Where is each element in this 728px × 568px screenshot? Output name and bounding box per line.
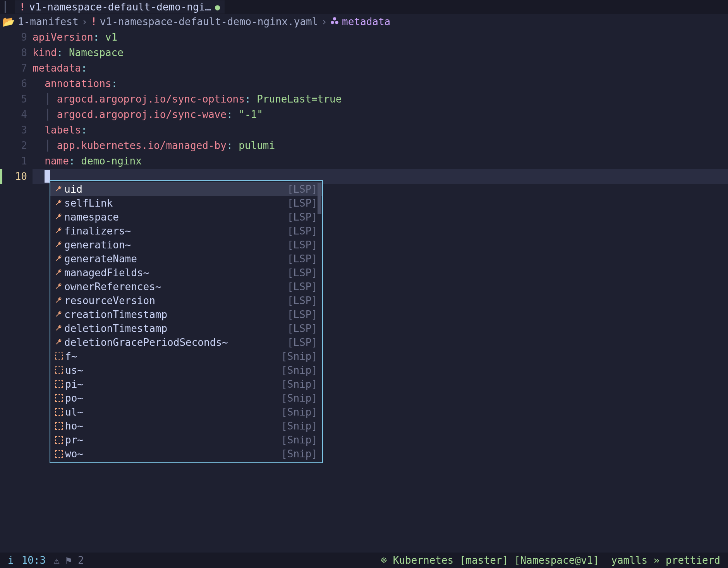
code-line[interactable]: metadata: (33, 60, 728, 76)
svg-point-1 (335, 21, 338, 24)
line-number: 9 (0, 29, 27, 45)
wrench-icon (55, 253, 63, 265)
chevron-right-icon: › (321, 16, 327, 27)
completion-label: selfLink (64, 197, 113, 209)
completion-item[interactable]: wo~[Snip] (50, 447, 322, 461)
wrench-icon (55, 267, 63, 279)
symbol-icon (330, 16, 339, 27)
wrench-icon (55, 281, 63, 293)
code-line[interactable]: labels: (33, 122, 728, 138)
line-number: 5 (0, 91, 27, 107)
completion-item[interactable]: creationTimestamp[LSP] (50, 308, 322, 322)
completion-source: [Snip] (281, 448, 318, 460)
folder-icon: 📂 (2, 16, 15, 27)
completion-label: us~ (65, 364, 83, 376)
completion-item[interactable]: pr~[Snip] (50, 433, 322, 447)
completion-source: [Snip] (281, 364, 318, 376)
completion-label: ownerReferences~ (64, 281, 161, 293)
code-line[interactable]: │ argocd.argoproj.io/sync-wave: "-1" (33, 107, 728, 122)
completion-popup[interactable]: uid[LSP]selfLink[LSP]namespace[LSP]final… (50, 180, 323, 463)
completion-source: [LSP] (287, 295, 318, 306)
line-number: 7 (0, 60, 27, 76)
completion-label: deletionTimestamp (64, 323, 167, 334)
completion-label: managedFields~ (64, 267, 149, 279)
line-number-gutter: 9 8 7 6 5 4 3 2 1 10 (0, 29, 33, 184)
completion-item[interactable]: us~[Snip] (50, 363, 322, 377)
completion-label: deletionGracePeriodSeconds~ (64, 337, 228, 348)
tab-bar: ▎ ! v1-namespace-default-demo-ngi… ● (0, 0, 728, 14)
completion-item[interactable]: pi~[Snip] (50, 377, 322, 391)
completion-item[interactable]: ho~[Snip] (50, 419, 322, 433)
wrench-icon (55, 295, 63, 306)
wrench-icon (55, 225, 63, 237)
editor-tab[interactable]: ! v1-namespace-default-demo-ngi… ● (15, 0, 225, 14)
completion-source: [LSP] (287, 183, 318, 195)
code-line[interactable]: │ app.kubernetes.io/managed-by: pulumi (33, 138, 728, 153)
completion-source: [LSP] (287, 225, 318, 237)
git-add-sign (0, 169, 2, 184)
popup-scrollbar[interactable] (318, 183, 321, 214)
completion-source: [Snip] (281, 406, 318, 418)
completion-item[interactable]: ul~[Snip] (50, 405, 322, 419)
snippet-icon (55, 380, 63, 388)
snippet-icon (55, 408, 63, 416)
completion-label: creationTimestamp (64, 309, 167, 320)
line-number: 8 (0, 45, 27, 60)
completion-item[interactable]: deletionTimestamp[LSP] (50, 322, 322, 335)
completion-item[interactable]: finalizers~[LSP] (50, 224, 322, 238)
completion-item[interactable]: selfLink[LSP] (50, 196, 322, 210)
completion-source: [LSP] (287, 253, 318, 265)
snippet-icon (55, 436, 63, 444)
line-number: 3 (0, 122, 27, 138)
completion-item[interactable]: uid[LSP] (50, 182, 322, 196)
completion-label: pi~ (65, 378, 83, 390)
completion-source: [LSP] (287, 267, 318, 279)
svg-point-0 (331, 21, 334, 24)
completion-item[interactable]: deletionGracePeriodSeconds~[LSP] (50, 335, 322, 349)
completion-label: resourceVersion (64, 295, 155, 306)
completion-source: [Snip] (281, 351, 318, 362)
completion-item[interactable]: ownerReferences~[LSP] (50, 280, 322, 294)
code-line[interactable]: name: demo-nginx (33, 153, 728, 169)
completion-label: ul~ (65, 406, 83, 418)
vim-mode: i (8, 554, 14, 566)
chevron-right-icon: › (82, 16, 88, 27)
completion-item[interactable]: generateName[LSP] (50, 252, 322, 266)
code-line[interactable]: │ argocd.argoproj.io/sync-options: Prune… (33, 91, 728, 107)
current-line-number: 10 (0, 169, 27, 184)
line-number: 1 (0, 153, 27, 169)
code-line[interactable]: annotations: (33, 76, 728, 91)
status-line: i 10:3 ⚠ ⚑ 2 ☸ Kubernetes [master] [Name… (0, 553, 728, 568)
completion-item[interactable]: namespace[LSP] (50, 210, 322, 224)
k8s-context: ☸ Kubernetes [master] [Namespace@v1] yam… (381, 554, 720, 566)
completion-label: generateName (64, 253, 137, 265)
completion-label: ho~ (65, 420, 83, 432)
completion-item[interactable]: resourceVersion[LSP] (50, 294, 322, 308)
code-area[interactable]: apiVersion: v1 kind: Namespace metadata:… (33, 29, 728, 184)
breadcrumb-dir[interactable]: 1-manifest (18, 16, 79, 27)
completion-source: [LSP] (287, 309, 318, 320)
completion-source: [Snip] (281, 378, 318, 390)
yaml-file-icon: ! (19, 1, 26, 13)
completion-source: [LSP] (287, 323, 318, 334)
breadcrumb-symbol[interactable]: metadata (342, 16, 390, 27)
completion-item[interactable]: managedFields~[LSP] (50, 266, 322, 280)
diagnostics: ⚠ ⚑ 2 (53, 554, 84, 566)
editor[interactable]: 9 8 7 6 5 4 3 2 1 10 apiVersion: v1 kind… (0, 29, 728, 184)
completion-label: pr~ (65, 434, 83, 446)
snippet-icon (55, 422, 63, 430)
breadcrumb-file[interactable]: v1-namespace-default-demo-nginx.yaml (100, 16, 318, 27)
completion-item[interactable]: po~[Snip] (50, 391, 322, 405)
wrench-icon (55, 211, 63, 223)
code-line[interactable]: kind: Namespace (33, 45, 728, 60)
completion-item[interactable]: f~[Snip] (50, 349, 322, 363)
completion-item[interactable]: generation~[LSP] (50, 238, 322, 252)
code-line[interactable]: apiVersion: v1 (33, 29, 728, 45)
wrench-icon (55, 337, 63, 348)
completion-source: [LSP] (287, 281, 318, 293)
wrench-icon (55, 323, 63, 334)
status-right: ☸ Kubernetes [master] [Namespace@v1] yam… (381, 554, 720, 566)
completion-label: namespace (64, 211, 119, 223)
line-number: 2 (0, 138, 27, 153)
wrench-icon (55, 197, 63, 209)
